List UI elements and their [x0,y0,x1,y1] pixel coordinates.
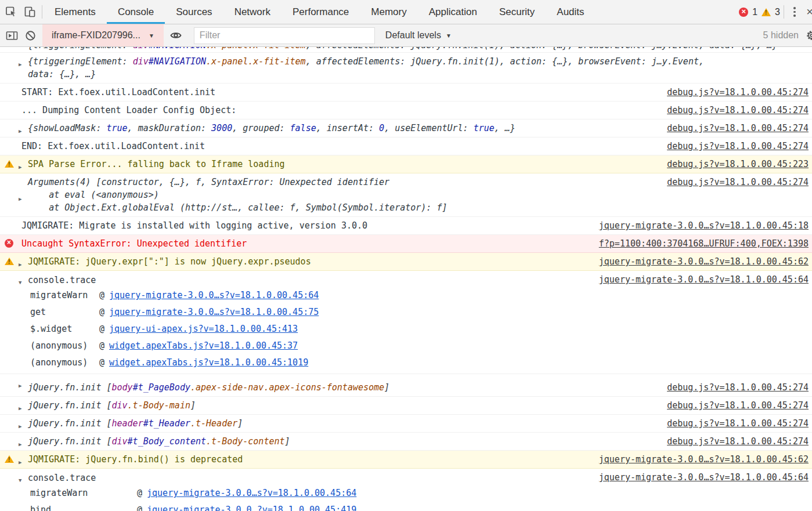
source-location: debug.js?v=18.1.0.00.45:274 [659,104,809,117]
source-location-link[interactable]: debug.js?v=18.1.0.00.45:274 [667,87,809,97]
tab-network[interactable]: Network [223,0,282,24]
tab-console[interactable]: Console [107,0,165,24]
expand-arrow-icon[interactable]: ▶ [19,420,21,433]
console-log-row: ▶jQuery.fn.init [header#t_Header.t-Heade… [0,415,812,433]
console-warning-row: ▶JQMIGRATE: jQuery.fn.bind() is deprecat… [0,451,812,469]
message-text: jQuery.fn.init [header#t_Header.t-Header… [28,417,659,430]
collapse-arrow-icon[interactable]: ▼ [19,474,21,487]
stack-frame-link[interactable]: jquery-migrate-3.0.0…s?v=18.1.0.00.45:75 [109,304,319,321]
expand-arrow-icon[interactable]: ▶ [19,258,21,271]
expand-arrow-icon[interactable]: ▶ [19,456,21,469]
message-text: JQMIGRATE: Migrate is installed with log… [21,219,591,232]
more-options-icon[interactable] [787,7,802,17]
stack-frame: (anonymous)@widget.apexTabs.js?v=18.1.0.… [28,338,591,354]
source-location-link[interactable]: debug.js?v=18.1.0.00.45:274 [667,382,809,393]
console-warning-row: ▶JQMIGRATE: jQuery.expr[":"] is now jQue… [0,253,812,271]
collapse-arrow-icon[interactable]: ▼ [19,276,21,289]
stack-frame-link[interactable]: widget.apexTabs.js?v=18.1.0.00.45:37 [109,338,298,354]
source-location: jquery-migrate-3.0.0…s?v=18.1.0.00.45:64 [591,471,809,484]
inspect-element-icon[interactable] [2,3,20,21]
tab-memory[interactable]: Memory [360,0,417,24]
live-expression-eye-icon[interactable] [167,26,185,45]
source-location-link[interactable]: debug.js?v=18.1.0.00.45:223 [667,159,809,169]
error-icon [5,239,13,248]
console-settings-gear-icon[interactable] [806,30,812,41]
stack-frame-link[interactable]: jquery-migrate-3.0.0…?v=18.1.0.00.45:419 [147,502,356,511]
stack-frame-link[interactable]: jquery-migrate-3.0.0…s?v=18.1.0.00.45:64 [109,287,319,304]
issue-badges[interactable]: 1 3 [739,0,782,24]
tab-elements[interactable]: Elements [44,0,107,24]
source-location-link[interactable]: debug.js?v=18.1.0.00.45:274 [667,400,809,411]
expand-arrow-icon[interactable]: ▶ [19,402,21,415]
javascript-context-selector[interactable]: iframe-FXID207996... ▼ [42,24,164,46]
stack-frame: get@jquery-migrate-3.0.0…s?v=18.1.0.00.4… [28,304,591,321]
console-error-row: Uncaught SyntaxError: Unexpected identif… [0,235,812,253]
expand-arrow-icon[interactable]: ▶ [19,438,21,451]
message-text: Arguments(4) [constructor, {…}, f, Synta… [28,176,659,189]
stack-frame-function: bind [30,502,137,511]
warning-icon [5,160,14,168]
log-levels-dropdown[interactable]: Default levels ▼ [385,30,452,41]
message-text: {triggeringElement: div#NAVIGATION.x-pan… [28,47,777,52]
expand-arrow-icon[interactable]: ▶ [19,379,21,392]
tab-audits[interactable]: Audits [546,0,595,24]
source-location-link[interactable]: debug.js?v=18.1.0.00.45:274 [667,123,809,133]
console-log-row: END: Ext.foex.util.LoadContent.initdebug… [0,137,812,155]
source-location-link[interactable]: debug.js?v=18.1.0.00.45:274 [667,418,809,429]
source-location-link[interactable]: jquery-migrate-3.0.0…s?v=18.1.0.00.45:62 [599,256,809,267]
message-text: JQMIGRATE: jQuery.fn.bind() is deprecate… [28,453,591,466]
warning-count: 3 [775,7,780,17]
source-location-link[interactable]: f?p=1100:400:3704168…UFRUF:400,FOEX:1398 [599,238,809,249]
source-location-link[interactable]: jquery-migrate-3.0.0…s?v=18.1.0.00.45:62 [599,454,809,465]
warning-badge-icon [762,8,771,16]
tabbar-spacer [596,0,739,24]
stack-frame: migrateWarn@jquery-migrate-3.0.0…s?v=18.… [28,485,591,502]
console-log-row: START: Ext.foex.util.LoadContent.initdeb… [0,84,812,102]
source-location-link[interactable]: jquery-migrate-3.0.0…s?v=18.1.0.00.45:18 [599,220,809,231]
message-text: JQMIGRATE: jQuery.expr[":"] is now jQuer… [28,255,591,268]
source-location-link[interactable]: debug.js?v=18.1.0.00.45:274 [667,436,809,447]
close-devtools-icon[interactable]: × [802,5,812,19]
console-log-row: ▶Arguments(4) [constructor, {…}, f, Synt… [0,173,812,217]
filter-input[interactable] [194,27,375,44]
console-toolbar: iframe-FXID207996... ▼ Default levels ▼ … [0,24,812,47]
stack-frame: (anonymous)@widget.apexTabs.js?v=18.1.0.… [28,354,591,371]
tab-application[interactable]: Application [418,0,488,24]
warning-icon [5,258,14,265]
tab-security[interactable]: Security [488,0,546,24]
message-text: {triggeringElement: div#NAVIGATION.x-pan… [28,55,730,81]
expand-arrow-icon[interactable]: ▶ [19,161,21,173]
clear-console-icon[interactable] [21,26,39,45]
stack-frame-link[interactable]: jquery-ui-apex.js?v=18.1.0.00.45:413 [109,321,298,338]
expand-arrow-icon[interactable]: ▶ [19,58,21,71]
expand-arrow-icon[interactable]: ▶ [19,193,21,205]
message-text: jQuery.fn.init [div.t-Body-main] [28,399,659,412]
message-text: Uncaught SyntaxError: Unexpected identif… [21,237,591,250]
hidden-messages-count[interactable]: 5 hidden [756,30,806,41]
console-log-row: ▶jQuery.fn.init [div.t-Body-main]debug.j… [0,397,812,415]
source-location: jquery-migrate-3.0.0…s?v=18.1.0.00.45:62 [591,453,809,466]
error-badge-icon [739,8,748,17]
source-location-link[interactable]: jquery-migrate-3.0.0…s?v=18.1.0.00.45:64 [599,274,809,285]
source-location-link[interactable]: jquery-migrate-3.0.0…s?v=18.1.0.00.45:64 [599,472,809,483]
device-toolbar-icon[interactable] [20,3,39,21]
source-location: debug.js?v=18.1.0.00.45:274 [659,122,809,135]
source-location-link[interactable]: debug.js?v=18.1.0.00.45:274 [667,177,809,187]
source-location-link[interactable]: debug.js?v=18.1.0.00.45:274 [667,105,809,115]
warning-icon [5,455,14,463]
source-location: debug.js?v=18.1.0.00.45:274 [659,86,809,99]
stack-frame: bind@jquery-migrate-3.0.0…?v=18.1.0.00.4… [28,502,591,511]
tab-performance[interactable]: Performance [282,0,360,24]
expand-arrow-icon[interactable]: ▶ [19,125,21,137]
error-count: 1 [752,7,757,17]
stack-frame-link[interactable]: widget.apexTabs.js?v=18.1.0.00.45:1019 [109,354,308,371]
stack-frame-link[interactable]: jquery-migrate-3.0.0…s?v=18.1.0.00.45:64 [147,485,356,502]
console-sidebar-toggle-icon[interactable] [2,26,21,45]
chevron-down-icon: ▼ [149,32,154,39]
source-location-link[interactable]: debug.js?v=18.1.0.00.45:274 [667,141,809,151]
tab-sources[interactable]: Sources [165,0,223,24]
panel-tabs: Elements Console Sources Network Perform… [44,0,596,24]
clipped-message-row: {triggeringElement: div#NAVIGATION.x-pan… [0,47,812,53]
source-location: debug.js?v=18.1.0.00.45:274 [659,381,809,394]
console-log-row: ▶jQuery.fn.init [div#t_Body_content.t-Bo… [0,433,812,451]
